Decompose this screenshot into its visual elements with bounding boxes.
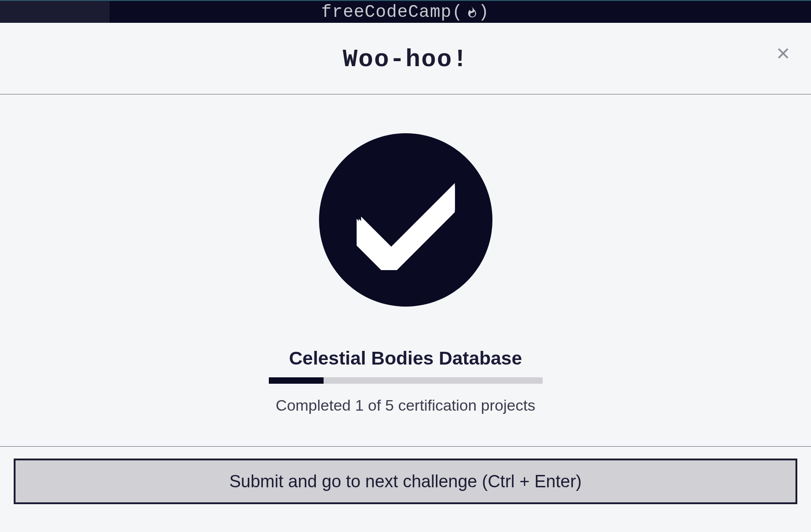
- progress-bar: [269, 377, 543, 384]
- progress-bar-fill: [269, 377, 324, 384]
- modal-header: Woo-hoo!: [0, 23, 811, 94]
- brand-text: freeCodeCamp: [321, 2, 452, 22]
- checkmark-icon: [349, 170, 463, 270]
- progress-text: Completed 1 of 5 certification projects: [276, 396, 535, 414]
- close-icon: [776, 47, 790, 60]
- modal-title: Woo-hoo!: [0, 46, 811, 73]
- fire-icon: [464, 5, 477, 18]
- modal-body: Celestial Bodies Database Completed 1 of…: [0, 94, 811, 447]
- brand-logo[interactable]: freeCodeCamp(): [321, 2, 490, 22]
- submit-button[interactable]: Submit and go to next challenge (Ctrl + …: [14, 459, 797, 504]
- top-nav-bar: freeCodeCamp(): [0, 0, 811, 23]
- close-button[interactable]: [774, 45, 792, 63]
- project-title: Celestial Bodies Database: [289, 348, 522, 369]
- modal-footer: Submit and go to next challenge (Ctrl + …: [0, 447, 811, 516]
- brand-paren-close: ): [478, 2, 489, 22]
- brand-paren-open: (: [452, 2, 463, 22]
- menu-placeholder: [0, 1, 110, 23]
- success-check-circle: [319, 133, 492, 307]
